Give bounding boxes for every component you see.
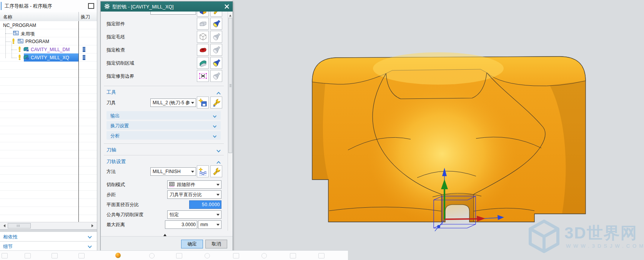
operation-navigator-panel: 工序导航器 - 程序顺序 名称 换刀 NC_PROGRAM 未用项 PROGRA…: [0, 0, 97, 250]
scroll-left-arrow[interactable]: [2, 224, 5, 227]
max-distance-unit-dropdown[interactable]: mm: [198, 220, 221, 229]
specify-cut-area-row: 指定切削区域: [101, 57, 228, 69]
display-check-flashlight-button[interactable]: [210, 44, 222, 56]
folder-icon: [18, 38, 23, 45]
tree-column-header: 名称 换刀: [0, 12, 97, 22]
display-part-flashlight-button[interactable]: [210, 18, 222, 30]
new-tool-button[interactable]: [197, 97, 209, 108]
tree-row-cavity-mill-dm[interactable]: CAVITY_MILL_DM: [0, 45, 78, 53]
max-distance-value: 3.0000: [181, 222, 196, 227]
select-cut-area-button[interactable]: [197, 57, 209, 69]
tree-row-program[interactable]: PROGRAM: [0, 37, 78, 45]
disabled-toolbar-icon: [176, 253, 182, 258]
depth-per-cut-value: 恒定: [168, 212, 216, 218]
specify-check-row: 指定检查: [101, 44, 228, 56]
dependencies-section[interactable]: 相依性: [0, 232, 97, 242]
disabled-toolbar-icon: [52, 253, 58, 258]
new-method-button[interactable]: [197, 165, 209, 177]
specify-blank-label: 指定毛坯: [107, 34, 125, 40]
cut-pattern-dropdown[interactable]: 跟随部件: [167, 180, 221, 189]
flat-diameter-percent-label: 平面直径百分比: [107, 202, 139, 208]
analysis-group-label: 分析: [110, 133, 120, 139]
display-blank-flashlight-button[interactable]: [210, 31, 222, 43]
tree-row-unused-items[interactable]: 未用项: [0, 29, 78, 37]
display-sphere-icon[interactable]: [115, 253, 121, 258]
bottom-toolbar: [0, 250, 348, 260]
horizontal-scrollbar[interactable]: [0, 222, 97, 230]
depth-per-cut-dropdown[interactable]: 恒定: [167, 210, 221, 219]
disabled-toolbar-icon: [25, 253, 31, 258]
tree-row-cavity-mill-xq[interactable]: CAVITY_MILL_XQ: [0, 53, 78, 62]
column-header-name: 名称: [3, 14, 12, 20]
scrollbar-thumb[interactable]: [228, 18, 232, 153]
cut-pattern-row: 切削模式 跟随部件: [101, 180, 228, 189]
display-trim-boundary-flashlight-button[interactable]: [210, 70, 222, 82]
tree-row-nc-program[interactable]: NC_PROGRAM: [0, 21, 78, 29]
disabled-toolbar-icon: [149, 253, 155, 258]
select-blank-button[interactable]: [197, 31, 209, 43]
navigator-titlebar: 工序导航器 - 程序顺序: [0, 0, 97, 12]
max-distance-input[interactable]: 3.0000: [165, 220, 197, 229]
scroll-up-arrow[interactable]: [229, 13, 231, 17]
tool-change-settings-label: 换刀设置: [110, 123, 129, 129]
chevron-down-icon: [213, 134, 217, 139]
tool-dropdown[interactable]: MILL_2 (铣刀-5 参: [150, 98, 196, 107]
select-part-button[interactable]: [197, 18, 209, 30]
alert-icon: [12, 38, 15, 45]
analysis-group-bar[interactable]: 分析: [107, 131, 221, 140]
ok-button[interactable]: 确定: [181, 240, 203, 248]
cancel-button[interactable]: 取消: [205, 240, 227, 248]
method-dropdown[interactable]: MILL_FINISH: [150, 167, 196, 176]
edit-tool-button[interactable]: [210, 97, 222, 108]
output-group-bar[interactable]: 输出: [107, 111, 221, 120]
depth-per-cut-row: 公共每刀切削深度 恒定: [101, 210, 228, 219]
scrollbar-thumb[interactable]: [8, 223, 31, 228]
tool-section-header[interactable]: 工具: [101, 88, 228, 96]
stepover-value: 刀具平直百分比: [168, 192, 216, 198]
scroll-up-indicator[interactable]: [163, 232, 166, 236]
gear-icon: [104, 3, 110, 10]
disabled-toolbar-icon: [205, 253, 210, 258]
disabled-toolbar-icon: [78, 253, 85, 258]
chevron-up-icon: [216, 160, 221, 165]
column-header-toolchange: 换刀: [81, 14, 90, 20]
method-label: 方法: [107, 168, 116, 175]
select-trim-boundary-button[interactable]: [197, 70, 209, 82]
tool-change-icon: [82, 55, 86, 62]
chevron-down-icon: [213, 124, 217, 129]
tree-row-label: CAVITY_MILL_DM: [31, 47, 70, 52]
select-check-button[interactable]: [197, 44, 209, 56]
tool-section-title: 工具: [107, 89, 116, 96]
tool-axis-section-header[interactable]: 刀轴: [101, 146, 228, 154]
dialog-scroll-area: 指定部件 指定毛坯 指定检查: [101, 12, 228, 231]
tool-change-settings-group-bar[interactable]: 换刀设置: [107, 121, 221, 130]
max-distance-unit: mm: [198, 222, 216, 227]
geometry-icon-button-partial[interactable]: [197, 12, 209, 17]
flat-diameter-percent-value: 50.0000: [202, 202, 220, 207]
edit-method-button[interactable]: [210, 165, 222, 177]
close-icon[interactable]: [223, 3, 230, 10]
details-section[interactable]: 细节: [0, 242, 97, 251]
specify-trim-boundary-label: 指定修剪边界: [107, 73, 134, 80]
watermark-cube-icon: [528, 219, 560, 254]
dialog-footer: 确定 取消: [101, 231, 233, 250]
disabled-toolbar-icon: [261, 253, 267, 258]
geometry-dropdown-partial[interactable]: [150, 12, 196, 15]
specify-cut-area-label: 指定切削区域: [107, 60, 134, 67]
stepover-row: 步距 刀具平直百分比: [101, 190, 228, 199]
path-settings-section-header[interactable]: 刀轨设置: [101, 158, 228, 165]
geometry-edit-button-partial[interactable]: [210, 12, 222, 17]
navigator-title: 工序导航器 - 程序顺序: [5, 3, 52, 10]
watermark: 3D世界网 WWW.3DSJW.COM: [528, 219, 643, 258]
maximize-panel-button[interactable]: [88, 3, 94, 9]
dialog-vertical-scrollbar[interactable]: [228, 12, 233, 231]
dialog-titlebar[interactable]: 型腔铣 - [CAVITY_MILL_XQ]: [101, 2, 233, 12]
display-cut-area-flashlight-button[interactable]: [210, 57, 222, 69]
chevron-down-icon: [213, 114, 217, 119]
specify-blank-row: 指定毛坯: [101, 31, 228, 43]
disabled-toolbar-icon: [290, 253, 296, 258]
flat-diameter-percent-input[interactable]: 50.0000: [189, 200, 221, 209]
stepover-dropdown[interactable]: 刀具平直百分比: [167, 190, 221, 199]
scroll-right-arrow[interactable]: [92, 224, 95, 227]
column-divider[interactable]: [78, 12, 79, 21]
